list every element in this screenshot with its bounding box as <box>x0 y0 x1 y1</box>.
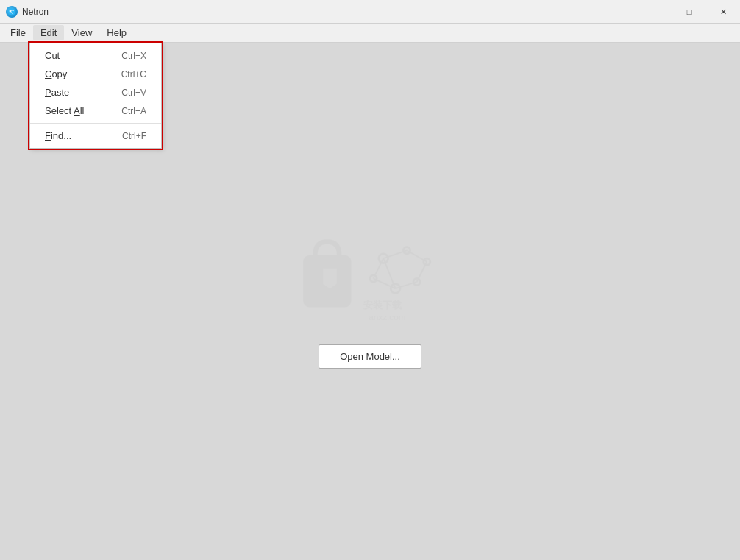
menu-file[interactable]: File <box>3 25 33 40</box>
window-title: Netron <box>22 7 49 17</box>
center-area: 安装下载 anxz.com Open Model... <box>296 234 444 369</box>
menu-item-paste[interactable]: Paste Ctrl+V <box>30 83 161 102</box>
minimize-button[interactable]: — <box>638 0 672 24</box>
svg-point-9 <box>403 247 410 254</box>
menu-item-select-all[interactable]: Select All Ctrl+A <box>30 102 161 120</box>
svg-point-0 <box>8 8 15 15</box>
title-bar: Netron — □ ✕ <box>0 0 740 24</box>
edit-dropdown-menu: Cut Ctrl+X Copy Ctrl+C Paste Ctrl+V Sele… <box>29 43 162 149</box>
menu-view[interactable]: View <box>64 25 99 40</box>
svg-line-16 <box>417 262 427 282</box>
svg-line-15 <box>407 250 427 261</box>
menu-bar: File Edit View Help Cut Ctrl+X Copy Ctrl… <box>0 24 740 43</box>
close-button[interactable]: ✕ <box>706 0 740 24</box>
window-controls: — □ ✕ <box>638 0 740 24</box>
app-icon <box>6 6 18 18</box>
menu-item-find[interactable]: Find... Ctrl+F <box>30 127 161 145</box>
menu-help[interactable]: Help <box>99 25 134 40</box>
svg-text:安装下载: 安装下载 <box>363 300 402 311</box>
svg-line-19 <box>374 258 384 278</box>
menu-edit[interactable]: Edit <box>33 25 64 40</box>
menu-item-copy[interactable]: Copy Ctrl+C <box>30 65 161 83</box>
svg-text:anxz.com: anxz.com <box>369 312 406 322</box>
open-model-button[interactable]: Open Model... <box>319 344 421 369</box>
maximize-button[interactable]: □ <box>672 0 706 24</box>
menu-item-cut[interactable]: Cut Ctrl+X <box>30 46 161 65</box>
watermark-logo: 安装下载 anxz.com <box>296 234 444 330</box>
menu-separator <box>30 123 161 124</box>
